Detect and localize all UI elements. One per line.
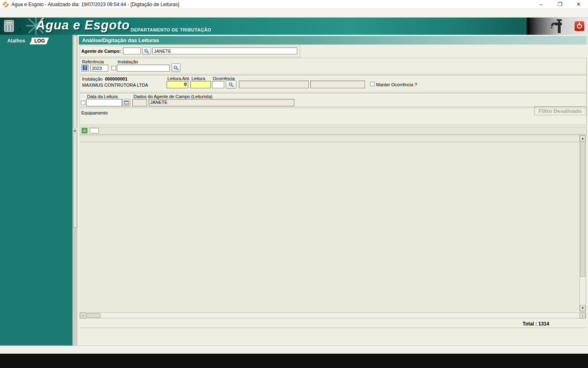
scroll-down-button[interactable]: ▼: [580, 305, 586, 311]
agente-leiturista-label: Dados do Agente de Campo (Leiturista): [134, 94, 212, 99]
minimize-button[interactable]: –: [532, 0, 550, 9]
leitura-ant-field[interactable]: 0: [167, 81, 188, 88]
data-leitura-checkbox[interactable]: [81, 101, 85, 105]
brand-title: Água e Esgoto: [36, 18, 130, 33]
power-icon: [577, 24, 582, 29]
sidebar: Atalhos LOG ◂▸: [0, 35, 78, 346]
instalacao-search-button[interactable]: [172, 63, 180, 72]
instalacao-search-input[interactable]: [117, 65, 170, 72]
referencia-year-field[interactable]: [90, 65, 108, 72]
leitura-ant-label: Leitura Ant.: [167, 76, 190, 81]
leiturista-code-field: [132, 99, 147, 106]
leitura-field[interactable]: [190, 81, 211, 88]
restore-button[interactable]: ❐: [550, 0, 569, 9]
ocorrencia-field[interactable]: [212, 81, 224, 88]
agente-campo-label: Agente de Campo:: [81, 49, 121, 54]
filtro-desativado-label: Filtro Desativado: [534, 106, 586, 115]
close-button[interactable]: ✕: [569, 0, 588, 9]
legend-bar: ✓: [80, 127, 587, 135]
select-all-checkbox[interactable]: ✓: [82, 128, 87, 133]
power-button[interactable]: [574, 21, 585, 31]
calendar-button[interactable]: [122, 99, 130, 106]
referencia-month-field[interactable]: 7: [81, 65, 89, 72]
banner-caret-icon: ▲: [18, 27, 22, 31]
installation-code: 000000001: [105, 76, 127, 81]
faucet-photo-icon: [547, 18, 565, 35]
table-header: [80, 135, 579, 142]
referencia-checkbox[interactable]: [111, 66, 116, 70]
main-panel: Análise/Digitação das Leituras Agente de…: [78, 35, 588, 346]
bottom-button-bar: [80, 330, 586, 344]
total-row: Total : 1314: [80, 320, 586, 328]
referencia-label: Referência: [82, 59, 104, 64]
status-bar: [0, 346, 588, 354]
scroll-left-button[interactable]: ‹: [80, 313, 86, 318]
calculator-icon[interactable]: [3, 20, 16, 33]
table-body: [80, 142, 579, 312]
leiturista-name-field: JANETE: [149, 99, 294, 106]
data-leitura-input[interactable]: [86, 99, 122, 106]
instalacao-search-label: Instalação: [118, 59, 138, 64]
title-bar: Agua e Esgoto - Atualizado dia: 19/07/20…: [0, 0, 588, 9]
shortcuts-label: Atalhos: [7, 38, 25, 44]
taskbar: [0, 354, 588, 368]
page-title: Análise/Digitação das Leituras: [79, 36, 587, 45]
log-badge[interactable]: LOG: [29, 38, 49, 45]
agente-campo-search-button[interactable]: [142, 47, 151, 55]
app-banner: ▲ Água e Esgoto DEPARTAMENTO DE TRIBUTAÇ…: [0, 18, 588, 35]
sidebar-splitter[interactable]: ◂▸: [73, 128, 77, 134]
total-label: Total : 1314: [523, 321, 549, 327]
select-all-box[interactable]: [90, 128, 99, 133]
data-leitura-label: Data da Leitura: [87, 94, 118, 99]
menu-bar: [0, 9, 588, 18]
ocorrencia-search-button[interactable]: [226, 81, 236, 89]
scroll-up-button[interactable]: ▲: [580, 135, 586, 141]
installation-name: MAXIMUS CONTRUTORA LTDA: [82, 83, 148, 88]
horizontal-scrollbar[interactable]: ‹ ›: [80, 312, 586, 319]
vscroll-thumb[interactable]: [580, 142, 585, 277]
leitura-label: Leitura: [192, 76, 205, 81]
manter-ocorrencia-checkbox[interactable]: [370, 82, 374, 86]
scroll-right-button[interactable]: ›: [579, 313, 586, 318]
department-label: DEPARTAMENTO DE TRIBUTAÇÃO: [131, 27, 211, 32]
sidebar-scrollbar[interactable]: [72, 35, 78, 346]
app-icon: [2, 1, 9, 8]
agente-campo-name-input[interactable]: [152, 47, 297, 54]
ocorrencia-desc2-field: [310, 81, 365, 88]
ocorrencia-desc1-field: [239, 81, 309, 88]
agente-campo-code-input[interactable]: [123, 47, 141, 54]
installation-label: Instalação: [82, 76, 102, 81]
window-title: Agua e Esgoto - Atualizado dia: 19/07/20…: [11, 2, 179, 7]
vertical-scrollbar[interactable]: ▲ ▼: [579, 135, 586, 312]
manter-ocorrencia-label: Manter Ocorrência ?: [376, 82, 417, 87]
hscroll-thumb[interactable]: [87, 313, 100, 318]
